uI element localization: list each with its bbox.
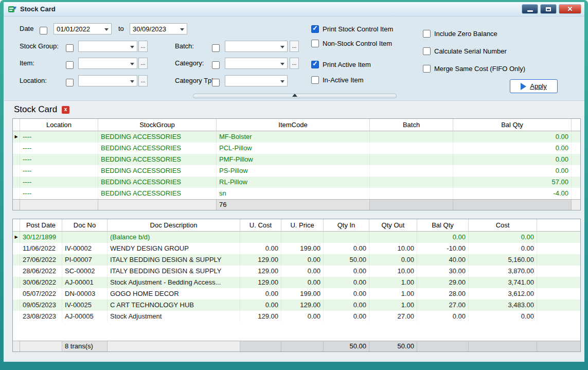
stock-card-window: Stock Card ✕ Date 01/01/2022 to 30/09/20… (0, 0, 588, 370)
tab-stock-card[interactable]: Stock Card (14, 104, 57, 115)
footer-cell (417, 341, 469, 351)
cell: 0.00 (453, 165, 572, 177)
table-row[interactable]: 28/06/2022SC-00002ITALY BEDDING DESIGN &… (13, 266, 580, 277)
checkbox-print-stock-control-item[interactable]: Print Stock Control Item (311, 23, 393, 34)
table-row[interactable]: ----BEDDING ACCESSORIESsn-4.00 (13, 188, 580, 199)
column-header-u-price[interactable]: U. Price (281, 219, 324, 231)
panel-collapse-splitter[interactable] (193, 94, 397, 98)
table-row[interactable]: ▶30/12/1899(Balance b/d)0.000.00 (13, 232, 580, 243)
tab-close-icon[interactable]: x (62, 106, 69, 114)
close-icon: ✕ (567, 6, 573, 12)
stock-group-checkbox[interactable] (66, 41, 74, 52)
cell: 199.00 (281, 243, 324, 254)
column-header-qty-out[interactable]: Qty Out (369, 219, 417, 231)
checkbox-label: Print Stock Control Item (323, 25, 393, 33)
date-to-combo[interactable]: 30/09/2023 (130, 23, 187, 34)
minimize-button[interactable] (522, 4, 538, 14)
table-row[interactable]: 09/05/2023IV-00025C ART TECHNOLOGY HUB0.… (13, 299, 580, 311)
column-header-stockgroup[interactable]: StockGroup (98, 119, 217, 131)
category-tpl-combo[interactable] (225, 75, 288, 86)
footer-cell (20, 341, 62, 351)
row-marker-header (13, 219, 20, 231)
cell: 129.00 (240, 254, 281, 266)
column-header-location[interactable]: Location (20, 119, 98, 131)
date-from-value: 01/01/2022 (57, 25, 90, 33)
checkbox-include-zero-balance[interactable]: Include Zero Balance (423, 28, 497, 39)
table-row[interactable]: 05/07/2022DN-00003GOGO HOME DECOR0.00199… (13, 288, 580, 299)
column-header-doc-no[interactable]: Doc No (62, 219, 108, 231)
cell: sn (217, 188, 370, 199)
cell: 10.00 (369, 243, 417, 254)
item-combo[interactable] (78, 58, 137, 69)
row-marker (13, 277, 20, 288)
current-row-marker-icon: ▶ (13, 232, 20, 243)
table-row[interactable]: ▶----BEDDING ACCESSORIESMF-Bolster0.00 (13, 131, 580, 143)
column-header-bal-qty[interactable]: Bal Qty (417, 219, 469, 231)
date-to-label: to (118, 23, 124, 34)
header-spacer (572, 119, 580, 131)
column-header-u-cost[interactable]: U. Cost (240, 219, 281, 231)
column-header-doc-description[interactable]: Doc Description (108, 219, 240, 231)
cell: ---- (20, 177, 98, 188)
table-row[interactable]: ----BEDDING ACCESSORIESRL-Pillow57.00 (13, 177, 580, 188)
location-checkbox[interactable] (66, 75, 74, 86)
category-browse-button[interactable]: ... (290, 58, 299, 69)
apply-button[interactable]: Apply (510, 79, 558, 93)
footer-cell (537, 341, 580, 351)
date-from-combo[interactable]: 01/01/2022 (54, 23, 112, 34)
checkbox-calculate-serial-number[interactable]: Calculate Serial Number (423, 45, 507, 57)
stock-group-browse-button[interactable]: ... (138, 41, 148, 52)
cell: 0.00 (469, 232, 537, 243)
batch-browse-button[interactable]: ... (290, 41, 299, 52)
item-label: Item: (20, 58, 34, 69)
checkbox-merge-same-cost-fifo-only-[interactable]: Merge Same Cost (FIFO Only) (423, 63, 525, 74)
stock-group-combo[interactable] (78, 41, 137, 52)
cell: BEDDING ACCESSORIES (98, 165, 217, 177)
items-grid: LocationStockGroupItemCodeBatchBal Qty ▶… (12, 118, 581, 210)
column-header-batch[interactable]: Batch (370, 119, 453, 131)
category-combo[interactable] (225, 58, 288, 69)
item-checkbox[interactable] (66, 58, 74, 69)
cell: BEDDING ACCESSORIES (98, 131, 217, 143)
cell (324, 232, 369, 243)
table-row[interactable]: 23/08/2023AJ-00005Stock Adjustment129.00… (13, 311, 580, 322)
batch-checkbox[interactable] (212, 41, 220, 52)
table-row[interactable]: 11/06/2022IV-00002WENDY DESIGN GROUP0.00… (13, 243, 580, 254)
row-marker (13, 143, 20, 154)
dropdown-arrow-icon (130, 46, 134, 48)
column-header-post-date[interactable]: Post Date (20, 219, 62, 231)
footer-cell (281, 341, 324, 351)
table-row[interactable]: ----BEDDING ACCESSORIESPS-Pillow0.00 (13, 165, 580, 177)
location-combo[interactable] (78, 75, 137, 86)
row-marker-header (13, 119, 20, 131)
column-header-qty-in[interactable]: Qty In (324, 219, 369, 231)
table-row[interactable]: 30/06/2022AJ-00001Stock Adjustment - Bed… (13, 277, 580, 288)
cell: 1.00 (369, 299, 417, 311)
checkbox-in-active-item[interactable]: In-Active Item (311, 74, 363, 85)
footer-cell (370, 200, 453, 210)
table-row[interactable]: ----BEDDING ACCESSORIESPCL-Pillow0.00 (13, 143, 580, 154)
location-browse-button[interactable]: ... (138, 75, 148, 86)
cell: ---- (20, 165, 98, 177)
row-spacer (537, 299, 580, 311)
dropdown-arrow-icon (130, 63, 134, 65)
cell: 09/05/2023 (20, 299, 62, 311)
column-header-itemcode[interactable]: ItemCode (217, 119, 370, 131)
table-row[interactable]: ----BEDDING ACCESSORIESPMF-Pillow0.00 (13, 154, 580, 165)
item-browse-button[interactable]: ... (138, 58, 148, 69)
column-header-cost[interactable]: Cost (469, 219, 537, 231)
close-button[interactable]: ✕ (559, 4, 581, 14)
window-controls: ✕ (522, 4, 581, 14)
play-icon (521, 83, 526, 90)
cell: 30/12/1899 (20, 232, 62, 243)
table-row[interactable]: 27/06/2022PI-00007ITALY BEDDING DESIGN &… (13, 254, 580, 266)
category-tpl-checkbox[interactable] (212, 75, 220, 86)
checkbox-non-stock-control-item[interactable]: Non-Stock Control Item (311, 38, 392, 49)
row-spacer (572, 143, 580, 154)
checkbox-print-active-item[interactable]: Print Active Item (311, 59, 371, 70)
maximize-button[interactable] (540, 4, 557, 14)
date-checkbox[interactable] (40, 23, 47, 34)
batch-combo[interactable] (225, 41, 288, 52)
category-checkbox[interactable] (212, 58, 220, 69)
column-header-bal-qty[interactable]: Bal Qty (453, 119, 572, 131)
